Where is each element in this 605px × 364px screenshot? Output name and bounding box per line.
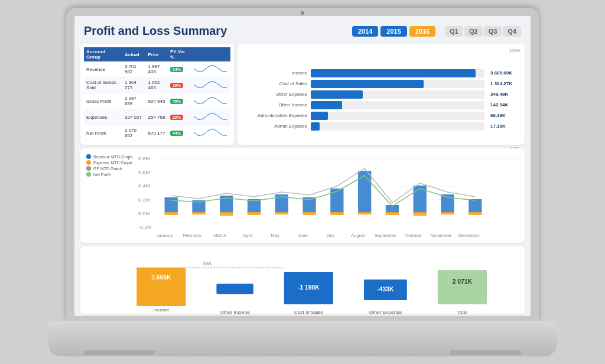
svg-text:Total: Total <box>457 310 468 315</box>
svg-rect-24 <box>165 212 178 215</box>
svg-rect-28 <box>275 212 288 214</box>
hbar-fill <box>311 69 476 77</box>
laptop-shell: Profit and Loss Summary 2014 2015 2016 Q… <box>48 8 557 356</box>
prior-val: 670 177 <box>146 125 168 141</box>
actual-val: 2 397 689 <box>122 93 146 109</box>
var-badge: 34% <box>168 61 190 77</box>
svg-text:2 071K: 2 071K <box>453 278 473 285</box>
hbar-track <box>311 101 484 109</box>
hbar-fill <box>311 122 320 131</box>
hbar-track <box>311 122 484 131</box>
screen-bezel: Profit and Loss Summary 2014 2015 2016 Q… <box>66 8 539 321</box>
svg-text:0.2M: 0.2M <box>138 197 150 202</box>
svg-rect-29 <box>302 212 315 215</box>
year-btn-2015[interactable]: 2015 <box>380 26 406 37</box>
legend-dot <box>86 172 91 177</box>
svg-rect-53 <box>216 284 253 294</box>
svg-text:July: July <box>326 233 334 238</box>
svg-text:-0.2M: -0.2M <box>138 224 152 229</box>
legend-label: GP MTD Graph <box>93 167 122 171</box>
hbar-value: 1 304.27K <box>490 81 520 86</box>
laptop-base <box>48 321 557 356</box>
actual-val: 1 304 273 <box>122 77 146 93</box>
svg-text:0.4M: 0.4M <box>138 183 150 188</box>
hbar-row: Other Expense 349.48K <box>242 90 520 99</box>
table-row: Gross Profit 2 397 689 924 945 45% <box>84 93 230 109</box>
laptop-screen: Profit and Loss Summary 2014 2015 2016 Q… <box>74 16 531 316</box>
svg-text:Other Expense: Other Expense <box>369 310 402 315</box>
q1-btn[interactable]: Q1 <box>445 26 463 37</box>
svg-rect-19 <box>358 171 371 213</box>
hbar-fill <box>311 90 363 99</box>
hbar-value: 349.48K <box>490 92 520 97</box>
chart-area: 0.8M 0.6M 0.4M 0.2M 0.0M -0.2M <box>138 153 520 238</box>
svg-text:36K: 36K <box>202 261 213 266</box>
q4-btn[interactable]: Q4 <box>503 26 521 37</box>
actual-val: 3 701 962 <box>122 61 146 77</box>
account-name: Expenses <box>84 109 122 125</box>
var-badge: 18% <box>168 77 190 93</box>
top-row: Account Group Actual Prior PY Var % Reve… <box>80 44 525 145</box>
svg-text:December: December <box>458 233 479 238</box>
line-section: Revenue MTD Graph Expense MTD Graph GP M… <box>80 148 525 243</box>
header: Profit and Loss Summary 2014 2015 2016 Q… <box>80 22 525 40</box>
legend-item: Revenue MTD Graph <box>86 154 133 159</box>
sparkline <box>193 110 228 122</box>
svg-text:February: February <box>183 233 201 238</box>
table-row: Expenses 327 027 254 768 22% <box>84 109 230 125</box>
svg-rect-30 <box>330 212 343 215</box>
hbar-chart: Income 3 665.69K Cost of Sales 1 304.27K… <box>242 54 520 145</box>
hbar-section: 100% Income 3 665.69K Cost of Sales 1 30… <box>238 44 525 145</box>
sparkline-cell <box>190 61 230 77</box>
sparkline-cell <box>190 125 230 141</box>
table-section: Account Group Actual Prior PY Var % Reve… <box>80 44 234 145</box>
table-row: Net Profit 2 070 662 670 177 44% <box>84 125 230 141</box>
svg-text:June: June <box>298 233 308 238</box>
svg-text:November: November <box>430 233 451 238</box>
hbar-fill <box>311 101 342 109</box>
chart-legend: Revenue MTD Graph Expense MTD Graph GP M… <box>86 154 133 177</box>
hbar-label: Administration Expense <box>242 113 307 118</box>
svg-text:3.666K: 3.666K <box>151 274 171 281</box>
svg-text:May: May <box>271 233 279 238</box>
svg-rect-27 <box>248 212 261 215</box>
q2-btn[interactable]: Q2 <box>464 26 483 37</box>
svg-rect-23 <box>469 199 482 213</box>
col-actual: Actual <box>122 47 146 61</box>
table-row: Revenue 3 701 962 1 987 408 34% <box>84 61 230 77</box>
waterfall-svg: 36K 3.666K Income Other Income -1 198K C… <box>87 251 518 315</box>
hbar-track <box>311 69 484 77</box>
svg-rect-50 <box>136 268 186 306</box>
hbar-row: Admin Expense 17.19K <box>242 122 520 131</box>
svg-rect-35 <box>469 212 482 215</box>
svg-text:-433K: -433K <box>377 286 394 292</box>
svg-text:September: September <box>375 233 398 238</box>
hbar-value: 3 665.69K <box>490 70 520 76</box>
svg-rect-32 <box>386 212 399 215</box>
hbar-track <box>311 90 484 99</box>
legend-item: GP MTD Graph <box>86 166 133 171</box>
table-row: Cost of Goods Sold 1 304 273 1 062 463 1… <box>84 77 230 93</box>
hbar-value: 142.34K <box>490 102 520 108</box>
q3-btn[interactable]: Q3 <box>484 26 502 37</box>
sparkline-cell <box>190 77 230 93</box>
hbar-row: Income 3 665.69K <box>242 69 520 77</box>
svg-text:March: March <box>213 233 226 238</box>
svg-rect-12 <box>165 197 178 213</box>
year-btn-2014[interactable]: 2014 <box>352 26 378 37</box>
svg-text:January: January <box>157 233 173 238</box>
page-title: Profit and Loss Summary <box>84 24 227 38</box>
legend-dot <box>86 160 91 165</box>
prior-val: 1 987 408 <box>146 61 168 77</box>
svg-text:0.6M: 0.6M <box>138 169 150 174</box>
data-table: Account Group Actual Prior PY Var % Reve… <box>84 47 230 141</box>
hbar-label: Other Expense <box>242 92 307 97</box>
prior-val: 924 945 <box>146 93 168 109</box>
hbar-value: 17.19K <box>490 124 520 129</box>
prior-val: 254 768 <box>146 109 168 125</box>
year-btn-2016[interactable]: 2016 <box>409 26 435 37</box>
svg-text:0.0M: 0.0M <box>138 210 150 216</box>
col-var: PY Var % <box>168 47 190 61</box>
hbar-label: Cost of Sales <box>242 81 307 86</box>
waterfall-section: 36K 3.666K Income Other Income -1 198K C… <box>80 246 525 314</box>
